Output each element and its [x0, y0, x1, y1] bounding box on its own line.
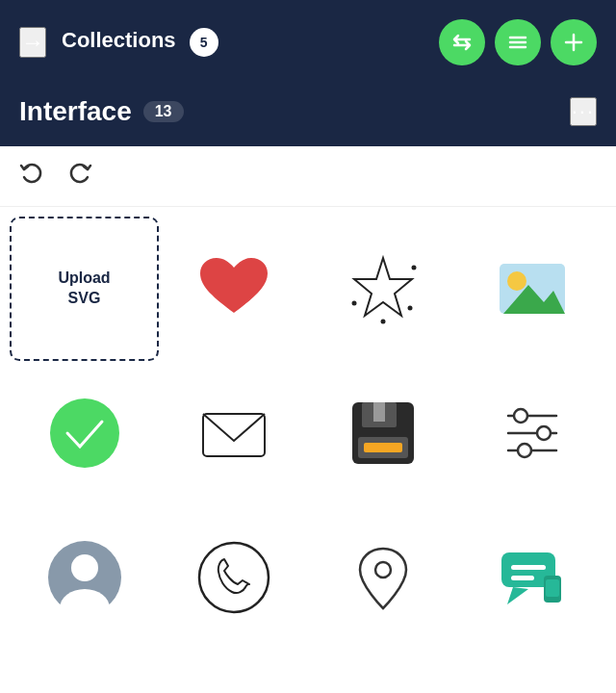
avatar-icon — [46, 539, 123, 616]
icon-grid: UploadSVG — [0, 207, 616, 659]
location-pin-icon-cell[interactable] — [308, 505, 457, 650]
heart-icon-cell[interactable] — [159, 217, 308, 361]
header-actions — [439, 19, 597, 65]
svg-point-7 — [407, 306, 412, 311]
svg-marker-32 — [507, 587, 528, 604]
svg-point-25 — [518, 444, 531, 457]
svg-point-23 — [514, 409, 527, 423]
avatar-icon-cell[interactable] — [10, 505, 159, 650]
checkmark-icon-cell[interactable] — [10, 361, 159, 505]
checkmark-icon — [46, 395, 123, 472]
star-icon — [345, 250, 422, 327]
interface-count: 13 — [143, 101, 184, 122]
svg-point-30 — [375, 562, 391, 578]
toolbar — [0, 146, 616, 207]
image-icon — [494, 250, 571, 327]
collections-count: 5 — [190, 28, 218, 57]
chat-bubble-icon-cell[interactable] — [457, 505, 606, 650]
more-button[interactable]: ··· — [570, 97, 597, 126]
star-icon-cell[interactable] — [308, 217, 457, 361]
list-button[interactable] — [495, 19, 541, 65]
upload-label: UploadSVG — [58, 269, 110, 309]
interface-title-group: Interface 13 — [19, 96, 184, 127]
phone-icon — [195, 539, 272, 616]
svg-point-8 — [351, 301, 356, 306]
collections-label: Collections — [62, 28, 176, 52]
svg-point-6 — [411, 266, 416, 270]
sub-header: Interface 13 ··· — [0, 85, 616, 146]
redo-button[interactable] — [65, 160, 92, 192]
location-pin-icon — [345, 539, 422, 616]
svg-marker-5 — [354, 258, 412, 316]
mail-icon-cell[interactable] — [159, 361, 308, 505]
header: → Collections 5 — [0, 0, 616, 85]
heart-icon — [195, 250, 272, 327]
sliders-icon-cell[interactable] — [457, 361, 606, 505]
svg-rect-36 — [546, 579, 559, 597]
undo-button[interactable] — [19, 160, 46, 192]
svg-rect-33 — [511, 565, 546, 570]
svg-point-28 — [60, 589, 110, 628]
svg-point-11 — [507, 271, 526, 291]
svg-point-29 — [199, 543, 269, 612]
add-button[interactable] — [551, 19, 597, 65]
interface-label: Interface — [19, 96, 132, 127]
back-button[interactable]: → — [19, 27, 46, 58]
chat-bubble-icon — [494, 539, 571, 616]
svg-point-27 — [71, 554, 98, 581]
svg-point-13 — [50, 398, 119, 468]
swap-button[interactable] — [439, 19, 485, 65]
phone-icon-cell[interactable] — [159, 505, 308, 650]
floppy-icon-cell[interactable] — [308, 361, 457, 505]
svg-point-9 — [380, 320, 385, 324]
svg-rect-19 — [364, 443, 402, 452]
sliders-icon — [494, 395, 571, 472]
svg-rect-17 — [373, 402, 385, 422]
floppy-disk-icon — [345, 395, 422, 472]
upload-svg-cell[interactable]: UploadSVG — [10, 217, 159, 361]
image-icon-cell[interactable] — [457, 217, 606, 361]
svg-rect-34 — [511, 576, 534, 580]
mail-icon — [195, 395, 272, 472]
collections-title: Collections 5 — [62, 28, 427, 57]
svg-point-24 — [537, 426, 551, 440]
svg-rect-14 — [203, 414, 265, 456]
